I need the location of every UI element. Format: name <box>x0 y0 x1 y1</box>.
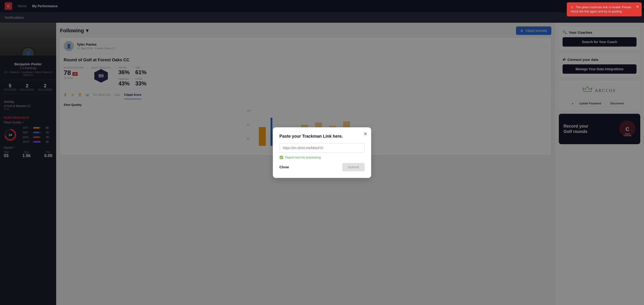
trackman-link-input[interactable] <box>280 143 364 153</box>
error-message: The given trackman link is invalid. Plea… <box>570 6 631 13</box>
modal-close-button[interactable]: Close <box>280 163 289 171</box>
error-banner: ⚠ The given trackman link is invalid. Pl… <box>567 2 642 16</box>
error-close-icon[interactable]: ✕ <box>636 4 639 9</box>
warning-icon: ⚠ <box>570 5 573 9</box>
modal-close-icon[interactable]: ✕ <box>364 131 368 137</box>
success-text: Report sent for processing <box>285 156 320 159</box>
modal-submit-button[interactable]: Submit <box>342 163 364 171</box>
modal-success-message: ✅ Report sent for processing <box>280 156 364 159</box>
trackman-modal: Paste your Trackman Link here. ✕ ✅ Repor… <box>273 127 371 178</box>
modal-title: Paste your Trackman Link here. <box>280 134 364 139</box>
modal-footer: Close Submit <box>280 163 364 171</box>
success-check-icon: ✅ <box>280 156 283 159</box>
modal-overlay: Paste your Trackman Link here. ✕ ✅ Repor… <box>0 0 644 305</box>
